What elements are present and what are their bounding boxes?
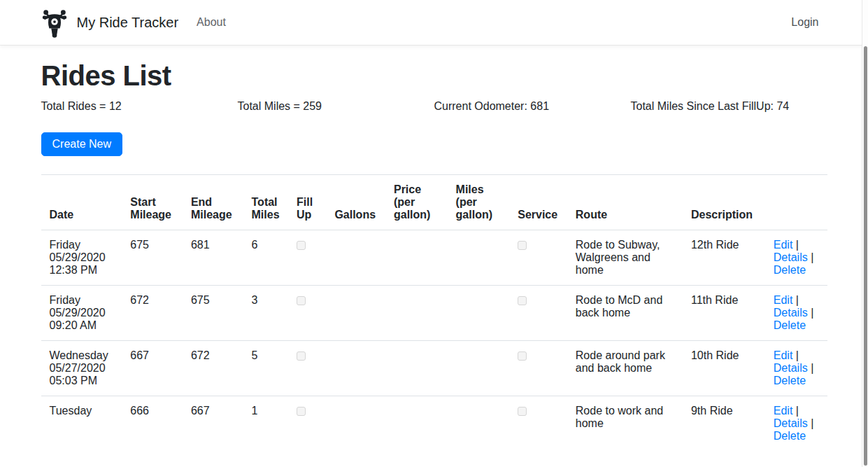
total-miles: 1 bbox=[243, 396, 288, 452]
stats-row: Total Rides = 12 Total Miles = 259 Curre… bbox=[41, 100, 827, 113]
fill-up-cell bbox=[288, 396, 326, 452]
page-title: Rides List bbox=[41, 60, 827, 92]
action-separator: | bbox=[811, 362, 813, 374]
scrollbar-thumb[interactable] bbox=[864, 46, 867, 466]
stat-miles-since-fillup: Total Miles Since Last FillUp: 74 bbox=[631, 100, 827, 113]
action-separator: | bbox=[811, 417, 813, 429]
details-link[interactable]: Details bbox=[774, 362, 808, 374]
miles-per-gallon bbox=[448, 396, 510, 452]
main-content: Rides List Total Rides = 12 Total Miles … bbox=[41, 60, 827, 451]
service-cell bbox=[509, 230, 567, 286]
edit-link[interactable]: Edit bbox=[774, 405, 793, 417]
end-mileage: 672 bbox=[183, 341, 243, 396]
total-miles: 5 bbox=[243, 341, 288, 396]
col-end-mileage: End Mileage bbox=[183, 175, 243, 230]
action-separator: | bbox=[796, 405, 799, 417]
end-mileage: 675 bbox=[183, 286, 243, 341]
table-header-row: Date Start Mileage End Mileage Total Mil… bbox=[41, 175, 827, 230]
fill-up-cell bbox=[288, 341, 326, 396]
route: Rode to Subway, Walgreens and home bbox=[567, 230, 683, 286]
brand-link[interactable]: My Ride Tracker bbox=[41, 6, 179, 39]
start-mileage: 667 bbox=[122, 341, 183, 396]
gallons bbox=[326, 230, 385, 286]
edit-link[interactable]: Edit bbox=[774, 294, 793, 306]
delete-link[interactable]: Delete bbox=[774, 319, 806, 331]
gallons bbox=[326, 396, 385, 452]
action-separator: | bbox=[796, 294, 799, 306]
col-service: Service bbox=[509, 175, 567, 230]
edit-link[interactable]: Edit bbox=[774, 349, 793, 361]
price-per-gallon bbox=[385, 230, 448, 286]
table-row: Friday 05/29/2020 09:20 AM 672 675 3 Rod… bbox=[41, 286, 827, 341]
ride-date: Tuesday bbox=[41, 396, 122, 452]
row-actions: Edit | Details | Delete bbox=[765, 286, 827, 341]
miles-per-gallon bbox=[448, 286, 510, 341]
fill-up-checkbox bbox=[297, 241, 306, 250]
route: Rode to McD and back home bbox=[567, 286, 683, 341]
price-per-gallon bbox=[385, 286, 448, 341]
fill-up-cell bbox=[288, 286, 326, 341]
start-mileage: 666 bbox=[122, 396, 183, 452]
delete-link[interactable]: Delete bbox=[774, 430, 806, 442]
service-checkbox bbox=[518, 351, 527, 361]
rides-table: Date Start Mileage End Mileage Total Mil… bbox=[41, 174, 827, 451]
end-mileage: 667 bbox=[183, 396, 243, 452]
ride-date: Wednesday 05/27/2020 05:03 PM bbox=[41, 341, 122, 396]
col-date: Date bbox=[41, 175, 122, 230]
col-miles-per-gallon: Miles (per gallon) bbox=[448, 175, 510, 230]
service-checkbox bbox=[518, 407, 527, 416]
row-actions: Edit | Details | Delete bbox=[765, 396, 827, 452]
delete-link[interactable]: Delete bbox=[774, 264, 806, 276]
col-route: Route bbox=[567, 175, 683, 230]
price-per-gallon bbox=[385, 396, 448, 452]
route: Rode to work and home bbox=[567, 396, 683, 452]
row-actions: Edit | Details | Delete bbox=[765, 230, 827, 286]
route: Rode around park and back home bbox=[567, 341, 683, 396]
price-per-gallon bbox=[385, 341, 448, 396]
action-separator: | bbox=[796, 239, 799, 251]
col-gallons: Gallons bbox=[326, 175, 385, 230]
stat-total-rides: Total Rides = 12 bbox=[41, 100, 238, 113]
service-checkbox bbox=[518, 241, 527, 250]
service-cell bbox=[509, 286, 567, 341]
miles-per-gallon bbox=[448, 230, 510, 286]
col-start-mileage: Start Mileage bbox=[122, 175, 183, 230]
action-separator: | bbox=[811, 251, 813, 263]
stat-current-odometer: Current Odometer: 681 bbox=[434, 100, 631, 113]
description: 10th Ride bbox=[683, 341, 765, 396]
total-miles: 6 bbox=[243, 230, 288, 286]
description: 12th Ride bbox=[683, 230, 765, 286]
delete-link[interactable]: Delete bbox=[774, 375, 806, 386]
fill-up-cell bbox=[288, 230, 326, 286]
miles-per-gallon bbox=[448, 341, 510, 396]
total-miles: 3 bbox=[243, 286, 288, 341]
login-link[interactable]: Login bbox=[791, 16, 818, 29]
fill-up-checkbox bbox=[297, 296, 306, 305]
col-actions bbox=[765, 175, 827, 230]
gallons bbox=[326, 341, 385, 396]
navbar: My Ride Tracker About Login bbox=[0, 0, 868, 46]
details-link[interactable]: Details bbox=[774, 251, 808, 263]
service-checkbox bbox=[518, 296, 527, 305]
description: 9th Ride bbox=[683, 396, 765, 452]
action-separator: | bbox=[811, 307, 813, 319]
table-row: Friday 05/29/2020 12:38 PM 675 681 6 Rod… bbox=[41, 230, 827, 286]
end-mileage: 681 bbox=[183, 230, 243, 286]
gallons bbox=[326, 286, 385, 341]
motorcycle-icon bbox=[41, 6, 68, 39]
action-separator: | bbox=[796, 349, 799, 361]
table-row: Tuesday 666 667 1 Rode to work and home … bbox=[41, 396, 827, 452]
nav-link-about[interactable]: About bbox=[197, 16, 226, 29]
col-total-miles: Total Miles bbox=[243, 175, 288, 230]
details-link[interactable]: Details bbox=[774, 417, 808, 429]
col-fill-up: Fill Up bbox=[288, 175, 326, 230]
row-actions: Edit | Details | Delete bbox=[765, 341, 827, 396]
ride-date: Friday 05/29/2020 09:20 AM bbox=[41, 286, 122, 341]
app-title: My Ride Tracker bbox=[77, 15, 179, 31]
vertical-scrollbar[interactable] bbox=[862, 0, 868, 467]
create-new-button[interactable]: Create New bbox=[41, 132, 122, 156]
edit-link[interactable]: Edit bbox=[774, 239, 793, 251]
details-link[interactable]: Details bbox=[774, 307, 808, 319]
col-price-per-gallon: Price (per gallon) bbox=[385, 175, 448, 230]
description: 11th Ride bbox=[683, 286, 765, 341]
